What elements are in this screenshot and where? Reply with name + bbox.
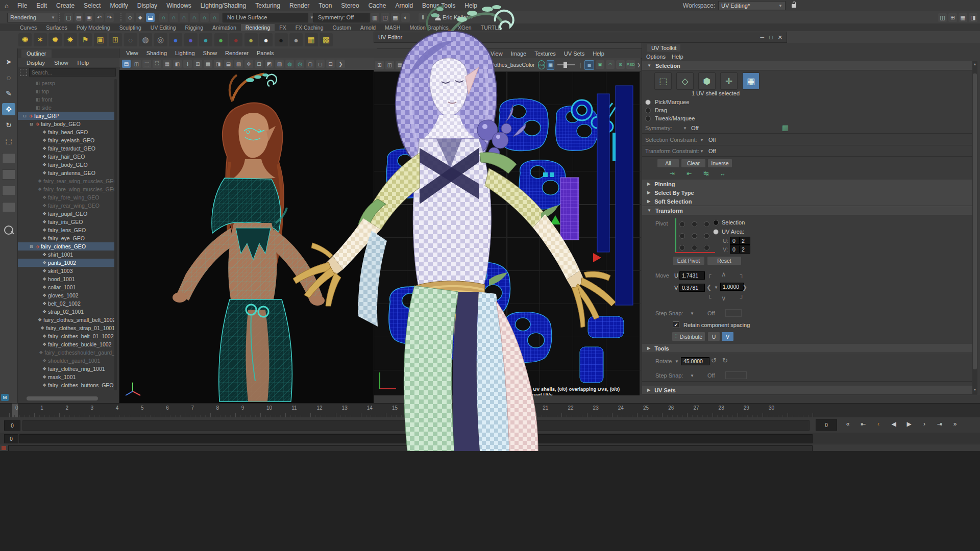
material-blue-icon[interactable]: ● xyxy=(169,33,182,46)
command-line-input[interactable] xyxy=(19,434,813,443)
menu-item[interactable]: Windows xyxy=(162,1,195,11)
open-render-view-icon[interactable]: ▥ xyxy=(371,13,379,22)
range-slider[interactable] xyxy=(22,420,810,431)
outliner-item[interactable]: ❖ gloves_1002 xyxy=(18,291,115,299)
viewport-toolbar-icon[interactable]: ▩ xyxy=(204,60,212,68)
shading-group-icon[interactable]: ◌ xyxy=(124,33,137,46)
toolkit-menu-options[interactable]: Options xyxy=(646,54,666,60)
panel-toggle-icon-4[interactable]: ◨ xyxy=(969,13,977,22)
range-start-field[interactable]: 0 xyxy=(4,420,20,431)
viewport-menu-item[interactable]: Panels xyxy=(253,50,278,56)
chevron-down-icon[interactable]: ▼ xyxy=(714,285,718,290)
select-shell-marquee-icon[interactable]: ✛ xyxy=(720,72,738,90)
menu-item[interactable]: Bonus Tools xyxy=(418,1,459,11)
chevron-down-icon[interactable]: ▼ xyxy=(675,359,679,364)
shelf-tab[interactable]: Arnold xyxy=(356,24,380,31)
material-teal-icon[interactable]: ● xyxy=(199,33,212,46)
mode-radio[interactable]: Pick/Marquee xyxy=(645,99,695,105)
shelf-tab[interactable]: Custom xyxy=(328,24,356,31)
outliner-item[interactable]: ❖ fairy_lens_GEO xyxy=(18,226,115,234)
undo-icon[interactable]: ↶ xyxy=(95,13,104,22)
go-to-end-button[interactable]: » xyxy=(948,418,962,430)
render-settings-icon[interactable]: ◐ xyxy=(401,13,410,22)
isolate-curve-icon[interactable]: ◠ xyxy=(606,60,615,69)
align-left-icon[interactable]: ⇥ xyxy=(666,169,679,178)
psd-network-icon[interactable]: PSD xyxy=(626,60,635,69)
ipr-render-icon[interactable]: ▦ xyxy=(391,13,400,22)
distribute-v-button[interactable]: V xyxy=(721,332,734,341)
move-step-snap-value[interactable]: Off xyxy=(707,310,715,316)
panel-toggle-icon-2[interactable]: ⊞ xyxy=(948,13,957,22)
ramp-texture-icon[interactable]: ▩ xyxy=(320,33,333,46)
section-pinning[interactable]: ▶Pinning xyxy=(642,180,977,189)
shelf-tab[interactable]: Poly Modeling xyxy=(72,24,115,31)
nudge-left-icon[interactable]: ❮ xyxy=(706,284,712,291)
area-light-icon[interactable]: ⚑ xyxy=(79,33,92,46)
pivot-uv-area-radio[interactable]: UV Area: xyxy=(713,229,744,235)
chevron-down-icon[interactable]: ▼ xyxy=(690,311,694,316)
redo-icon[interactable]: ↷ xyxy=(105,13,114,22)
time-slider[interactable]: 0123456789101112131415161718192021222324… xyxy=(0,403,980,418)
viewport-toolbar-icon[interactable]: ◧ xyxy=(173,60,182,68)
outliner-item[interactable]: ❖ fairy_rear_wing_muscles_GEO xyxy=(18,177,115,185)
uv-toolbar-icon[interactable]: ▦ xyxy=(396,61,404,69)
expand-toggle-icon[interactable]: ⊟ xyxy=(30,244,34,249)
outliner-item[interactable]: ❖ strap_02_1001 xyxy=(18,308,115,316)
chevron-down-icon[interactable]: ▼ xyxy=(700,138,704,142)
pivot-selection-radio[interactable]: Selection xyxy=(713,219,745,226)
live-surface-field[interactable]: No Live Surface xyxy=(223,13,308,22)
reset-pivot-button[interactable]: Reset xyxy=(707,256,742,265)
minimize-icon[interactable]: ─ xyxy=(760,34,764,41)
viewport-toolbar-icon[interactable]: ▢ xyxy=(306,60,314,68)
viewport-toolbar-icon[interactable]: ◨ xyxy=(214,60,223,68)
material-black-icon[interactable]: ● xyxy=(275,33,288,46)
viewport-toolbar-icon[interactable]: ◫ xyxy=(132,60,141,68)
outliner-menu-item[interactable]: Show xyxy=(51,60,72,66)
image-display-icon[interactable]: ▣ xyxy=(596,60,604,69)
snap-plane-icon[interactable]: ∩ xyxy=(190,13,199,22)
viewport-toolbar-icon[interactable]: ⊞ xyxy=(193,60,202,68)
menu-item[interactable]: Modify xyxy=(106,1,132,11)
viewport-toolbar-icon[interactable]: ⛶ xyxy=(153,60,161,68)
transform-constraint-value[interactable]: Off xyxy=(708,148,716,154)
shading-ring-icon[interactable]: ◍ xyxy=(139,33,152,46)
move-v-field[interactable]: 0.3781 xyxy=(679,284,705,292)
menu-item[interactable]: Display xyxy=(133,1,161,11)
uv-area-v1-field[interactable]: 2 xyxy=(739,245,750,254)
uv-toolbar-icon[interactable]: ⊞ xyxy=(375,61,384,69)
menu-item[interactable]: File xyxy=(13,1,31,11)
chevron-down-icon[interactable]: ▼ xyxy=(470,15,474,20)
uv-distortion-icon[interactable]: ⊠ xyxy=(616,60,625,69)
select-uv-icon[interactable]: ⬚ xyxy=(654,72,672,90)
retain-spacing-checkbox[interactable]: ✔Retain component spacing xyxy=(673,321,750,328)
section-transform[interactable]: ▼Transform xyxy=(642,206,977,215)
lasso-tool-icon[interactable]: ◌ xyxy=(2,71,15,84)
mel-badge-icon[interactable]: M xyxy=(1,394,9,401)
menu-item[interactable]: Stereo xyxy=(337,1,363,11)
distribute-u-button[interactable]: U xyxy=(707,332,720,341)
menu-item[interactable]: Select xyxy=(80,1,105,11)
selection-constraint-value[interactable]: Off xyxy=(708,137,716,143)
outliner-item[interactable]: ❖ shirt_1001 xyxy=(18,251,115,259)
snap-view-icon[interactable]: ∩ xyxy=(200,13,209,22)
distribute-v-icon[interactable]: ↔ xyxy=(716,169,729,178)
light-grid-icon[interactable]: ⊞ xyxy=(109,33,122,46)
scale-tool-icon[interactable]: ⬚ xyxy=(2,135,15,147)
shading-swatch-icon[interactable]: ◎ xyxy=(154,33,167,46)
outliner-item[interactable]: ❖ fairy_clothes_small_belt_1002 xyxy=(18,316,115,324)
section-uv-sets[interactable]: ▶UV Sets xyxy=(642,386,977,395)
viewport-toolbar-icon[interactable]: ⬓ xyxy=(224,60,233,68)
outliner-item[interactable]: ⊟ ⬗ fairy_clothes_GEO xyxy=(18,242,115,251)
shelf-tab[interactable]: FX xyxy=(275,24,290,31)
outliner-item[interactable]: ❖ fairy_clothes_buttons_GEO xyxy=(18,381,115,389)
menu-item[interactable]: Render xyxy=(285,1,313,11)
new-scene-icon[interactable]: ▢ xyxy=(64,13,73,22)
viewport-toolbar-icon[interactable]: ⬚ xyxy=(142,60,151,68)
menu-item[interactable]: Cache xyxy=(364,1,390,11)
rotate-tool-icon[interactable]: ↻ xyxy=(2,119,15,131)
menu-item[interactable]: Create xyxy=(52,1,79,11)
snap-grid-icon[interactable]: ∩ xyxy=(159,13,168,22)
perspective-viewport[interactable]: Y xyxy=(119,70,374,403)
outliner-item[interactable]: ◧ front xyxy=(18,95,115,104)
play-backward-button[interactable]: ◀ xyxy=(887,418,900,430)
